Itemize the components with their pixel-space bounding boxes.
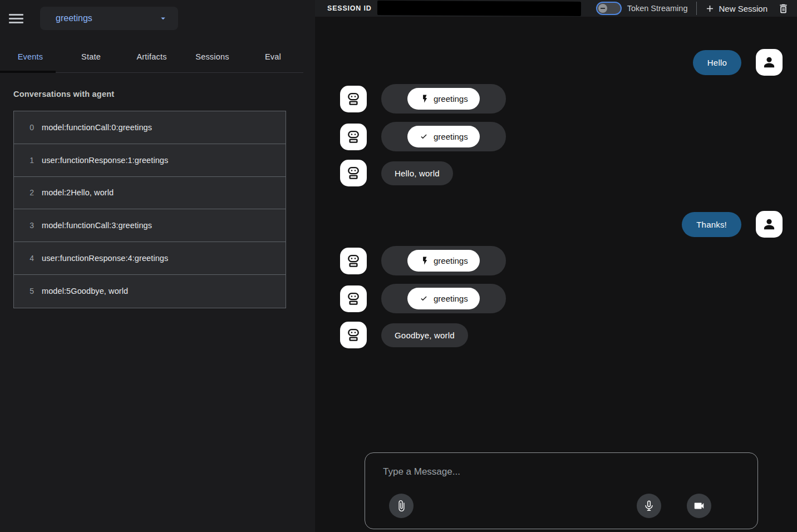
bot-message-bubble: greetings <box>381 246 506 275</box>
robot-icon <box>346 327 361 343</box>
sidebar-top: greetings <box>0 0 315 32</box>
session-id-label: SESSION ID <box>327 4 372 12</box>
message-group-gap <box>340 195 783 203</box>
message-row-bot: greetings <box>340 122 783 151</box>
new-session-button[interactable]: New Session <box>705 3 768 14</box>
robot-icon <box>346 165 361 181</box>
message-row-user: Hello <box>340 49 783 76</box>
message-row-bot: greetings <box>340 84 783 114</box>
event-index: 3 <box>26 221 34 230</box>
bot-avatar <box>340 160 367 186</box>
event-row[interactable]: 2 model:2Hello, world <box>14 177 286 210</box>
attach-file-button[interactable] <box>389 494 414 518</box>
header-actions: Token Streaming New Session <box>596 2 791 15</box>
function-call-label: greetings <box>434 256 468 265</box>
bot-avatar <box>340 86 367 112</box>
function-call-chip[interactable]: greetings <box>407 250 480 272</box>
event-list: 0 model:functionCall:0:greetings 1 user:… <box>13 111 286 308</box>
token-streaming-toggle[interactable] <box>596 2 622 15</box>
event-row[interactable]: 5 model:5Goodbye, world <box>14 275 286 308</box>
event-label: model:5Goodbye, world <box>42 287 128 295</box>
event-label: user:functionResponse:1:greetings <box>42 156 168 165</box>
function-response-chip[interactable]: greetings <box>407 288 480 309</box>
token-streaming-label: Token Streaming <box>627 4 688 13</box>
adk-web-app: greetings Events State Artifacts Session… <box>0 0 797 532</box>
trash-icon <box>778 3 789 14</box>
main-panel: SESSION ID Token Streaming New Session <box>315 0 797 532</box>
user-message-bubble: Thanks! <box>682 212 741 237</box>
user-avatar <box>756 49 783 76</box>
function-response-label: greetings <box>434 294 468 303</box>
tab-eval[interactable]: Eval <box>243 45 303 72</box>
event-label: model:2Hello, world <box>42 188 114 197</box>
bot-avatar <box>340 285 367 312</box>
chat-transcript: Hello greetings <box>315 17 797 452</box>
plus-icon <box>705 3 715 14</box>
bot-avatar <box>340 322 367 348</box>
tab-sessions[interactable]: Sessions <box>182 45 243 72</box>
chevron-down-icon <box>158 13 168 23</box>
robot-icon <box>346 91 361 107</box>
microphone-button[interactable] <box>637 494 661 518</box>
robot-icon <box>346 291 361 307</box>
bot-message-bubble: Goodbye, world <box>381 323 468 347</box>
robot-icon <box>346 129 361 145</box>
function-call-chip[interactable]: greetings <box>407 88 480 110</box>
message-row-bot: greetings <box>340 246 783 275</box>
bot-message-bubble: greetings <box>381 84 506 114</box>
user-message-bubble: Hello <box>693 50 741 75</box>
function-call-label: greetings <box>434 94 468 104</box>
event-index: 0 <box>26 123 34 132</box>
bolt-icon <box>419 256 429 265</box>
event-row[interactable]: 3 model:functionCall:3:greetings <box>14 209 286 242</box>
bot-avatar <box>340 248 367 274</box>
event-index: 2 <box>26 188 34 197</box>
message-composer <box>365 452 758 529</box>
sidebar-tabs: Events State Artifacts Sessions Eval <box>0 45 303 73</box>
tab-state[interactable]: State <box>61 45 121 72</box>
event-index: 5 <box>26 287 34 295</box>
event-row[interactable]: 0 model:functionCall:0:greetings <box>14 111 286 144</box>
tab-events[interactable]: Events <box>0 45 61 72</box>
event-row[interactable]: 1 user:functionResponse:1:greetings <box>14 144 286 177</box>
event-label: model:functionCall:0:greetings <box>42 123 152 132</box>
session-header: SESSION ID Token Streaming New Session <box>315 0 797 17</box>
event-index: 4 <box>26 254 34 263</box>
session-id-redacted-value <box>377 1 580 16</box>
bolt-icon <box>419 94 429 104</box>
function-response-chip[interactable]: greetings <box>407 126 480 147</box>
header-divider <box>696 2 697 15</box>
message-row-bot: greetings <box>340 284 783 313</box>
events-panel-heading: Conversations with agent <box>13 90 315 98</box>
new-session-label: New Session <box>719 4 768 13</box>
sidebar: greetings Events State Artifacts Session… <box>0 0 315 532</box>
check-icon <box>419 132 429 141</box>
event-label: model:functionCall:3:greetings <box>42 221 152 230</box>
bot-avatar <box>340 124 367 150</box>
message-row-bot: Hello, world <box>340 160 783 186</box>
tab-artifacts[interactable]: Artifacts <box>121 45 182 72</box>
message-row-bot: Goodbye, world <box>340 322 783 348</box>
delete-session-button[interactable] <box>778 3 789 14</box>
bot-message-bubble: greetings <box>381 122 506 151</box>
agent-select-value: greetings <box>56 13 92 23</box>
video-button[interactable] <box>687 494 711 518</box>
composer-actions <box>365 494 757 518</box>
event-label: user:functionResponse:4:greetings <box>42 254 168 263</box>
person-icon <box>762 217 776 231</box>
person-icon <box>762 55 776 70</box>
agent-select-dropdown[interactable]: greetings <box>40 7 178 30</box>
videocam-icon <box>693 500 705 512</box>
menu-hamburger-icon[interactable] <box>8 7 32 29</box>
check-icon <box>419 294 429 303</box>
robot-icon <box>346 253 361 269</box>
toggle-thumb-icon <box>598 4 607 13</box>
bot-message-bubble: Hello, world <box>381 161 453 185</box>
event-row[interactable]: 4 user:functionResponse:4:greetings <box>14 242 286 275</box>
paperclip-icon <box>395 500 407 512</box>
event-index: 1 <box>26 156 34 165</box>
user-avatar <box>756 211 783 238</box>
mic-icon <box>643 500 655 512</box>
message-input[interactable] <box>383 466 740 489</box>
bot-message-bubble: greetings <box>381 284 506 313</box>
